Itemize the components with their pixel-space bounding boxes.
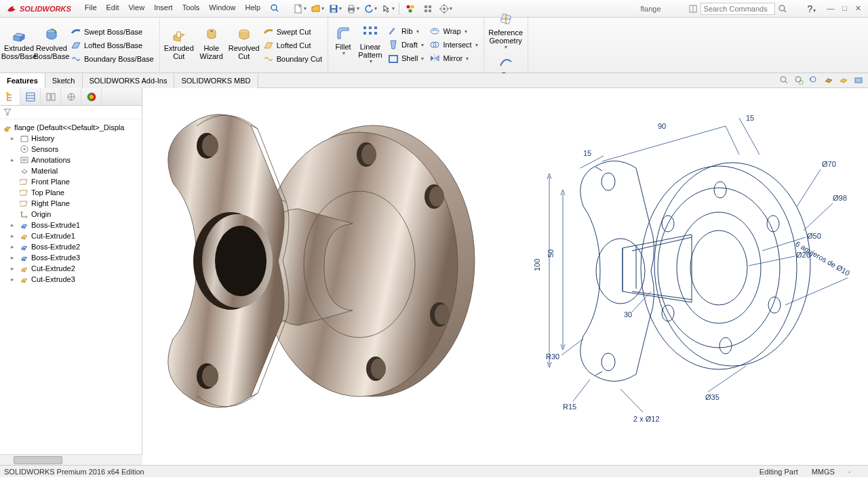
settings-button[interactable] — [439, 2, 452, 16]
menu-search-icon[interactable] — [266, 1, 283, 16]
intersect-icon — [429, 39, 440, 50]
config-manager-icon — [45, 92, 56, 102]
svg-line-1 — [276, 9, 278, 12]
prev-view-button[interactable] — [807, 74, 821, 86]
tree-item-front-plane[interactable]: Front Plane — [1, 176, 140, 187]
fm-tab-dimxpert[interactable] — [61, 88, 81, 105]
plane-icon — [20, 177, 29, 186]
tree-item-boss-extrude1[interactable]: ▸Boss-Extrude1 — [1, 220, 140, 230]
tree-item-right-plane[interactable]: Right Plane — [1, 198, 140, 209]
rib-button[interactable]: Rib — [385, 24, 427, 38]
maximize-button[interactable]: □ — [842, 4, 847, 13]
svg-line-108 — [602, 126, 726, 161]
svg-rect-37 — [389, 56, 397, 62]
fm-tab-config[interactable] — [41, 88, 61, 105]
tree-item-sensors[interactable]: Sensors — [1, 144, 140, 155]
options-button[interactable] — [421, 2, 435, 16]
tab-addins[interactable]: SOLIDWORKS Add-Ins — [83, 73, 175, 88]
extruded-cut-button[interactable]: Extruded Cut — [163, 25, 195, 66]
drawing-view: 90 15 15 50 100 30 R30 R15 Ø70 Ø98 Ø50 Ø… — [488, 88, 868, 454]
tab-sketch[interactable]: Sketch — [45, 73, 83, 88]
mirror-button[interactable]: Mirror — [427, 52, 480, 65]
rebuild-button[interactable] — [403, 2, 417, 16]
menu-edit[interactable]: Edit — [102, 1, 123, 16]
fm-filter[interactable] — [0, 106, 142, 119]
lofted-cut-button[interactable]: Lofted Cut — [260, 39, 325, 52]
extruded-boss-button[interactable]: Extruded Boss/Base — [3, 25, 35, 66]
tree-item-origin[interactable]: Origin — [1, 209, 140, 220]
svg-point-85 — [371, 359, 386, 379]
hole-wizard-button[interactable]: Hole Wizard — [195, 25, 228, 66]
intersect-button[interactable]: Intersect — [427, 38, 480, 52]
svg-rect-27 — [177, 32, 180, 37]
boundary-boss-button[interactable]: Boundary Boss/Base — [68, 52, 157, 66]
tree-item-boss-extrude3[interactable]: ▸Boss-Extrude3 — [1, 252, 140, 263]
open-doc-button[interactable] — [311, 2, 324, 16]
menu-insert[interactable]: Insert — [150, 1, 177, 16]
save-button[interactable] — [328, 2, 342, 16]
menu-view[interactable]: View — [124, 1, 149, 16]
help-dropdown[interactable]: ? — [808, 3, 816, 14]
menu-help[interactable]: Help — [241, 1, 264, 16]
tree-item-cut-extrude1[interactable]: ▸Cut-Extrude1 — [1, 230, 140, 241]
svg-rect-5 — [332, 9, 336, 12]
svg-text:Ø50: Ø50 — [807, 232, 821, 240]
close-button[interactable]: ✕ — [855, 4, 861, 13]
panel-scrollbar[interactable] — [0, 454, 142, 465]
revolved-boss-button[interactable]: Revolved Boss/Base — [35, 25, 68, 66]
shell-button[interactable]: Shell — [385, 52, 427, 65]
zoom-fit-button[interactable] — [777, 74, 791, 86]
tab-mbd[interactable]: SOLIDWORKS MBD — [174, 73, 258, 88]
draft-button[interactable]: Draft — [385, 38, 427, 52]
fm-tab-property[interactable] — [20, 88, 41, 105]
fillet-button[interactable]: Fillet — [331, 24, 355, 66]
app-logo: SOLIDWORKS — [0, 3, 77, 15]
fm-tab-tree[interactable] — [0, 88, 20, 105]
origin-icon — [20, 209, 29, 219]
reference-geometry-button[interactable]: Reference Geometry — [487, 9, 525, 52]
undo-button[interactable] — [363, 2, 377, 16]
minimize-button[interactable]: — — [827, 4, 834, 13]
swept-boss-icon — [71, 26, 81, 37]
section-view-button[interactable] — [822, 74, 835, 86]
tree-item-material-not-specified-[interactable]: Material — [1, 165, 140, 176]
svg-point-102 — [719, 338, 732, 354]
menu-tools[interactable]: Tools — [178, 1, 204, 16]
boss-icon — [20, 253, 29, 262]
document-name: flange — [641, 5, 661, 13]
tree-item-top-plane[interactable]: Top Plane — [1, 187, 140, 198]
tree-root[interactable]: flange (Default<<Default>_Displa — [1, 122, 140, 133]
svg-rect-4 — [332, 5, 336, 8]
svg-point-100 — [767, 216, 779, 232]
tree-item-boss-extrude2[interactable]: ▸Boss-Extrude2 — [1, 241, 140, 252]
boundary-cut-button[interactable]: Boundary Cut — [260, 52, 325, 66]
linear-pattern-button[interactable]: Linear Pattern — [355, 24, 385, 66]
search-input[interactable] — [701, 3, 775, 15]
tree-item-history[interactable]: ▸History — [1, 133, 140, 144]
fm-tab-display[interactable] — [81, 88, 102, 105]
tree-item-cut-extrude3[interactable]: ▸Cut-Extrude3 — [1, 274, 140, 285]
swept-cut-button[interactable]: Swept Cut — [260, 25, 325, 39]
lofted-boss-button[interactable]: Lofted Boss/Base — [68, 39, 157, 52]
svg-point-92 — [202, 365, 218, 387]
hide-show-button[interactable] — [852, 74, 865, 86]
status-units[interactable]: MMGS — [812, 468, 835, 476]
menu-window[interactable]: Window — [205, 1, 239, 16]
select-button[interactable] — [381, 2, 395, 16]
new-doc-button[interactable] — [293, 2, 307, 16]
tab-features[interactable]: Features — [0, 73, 45, 88]
print-button[interactable] — [346, 2, 359, 16]
search-icon[interactable] — [778, 4, 787, 14]
svg-point-10 — [411, 5, 414, 8]
tree-item-cut-extrude2[interactable]: ▸Cut-Extrude2 — [1, 263, 140, 274]
swept-boss-button[interactable]: Swept Boss/Base — [68, 25, 157, 39]
wrap-button[interactable]: Wrap — [427, 24, 480, 38]
zoom-area-button[interactable] — [792, 74, 806, 86]
tree-item-annotations[interactable]: ▸Annotations — [1, 155, 140, 165]
revolved-cut-button[interactable]: Revolved Cut — [228, 25, 260, 66]
menu-file[interactable]: File — [81, 1, 101, 16]
svg-line-110 — [739, 118, 760, 155]
graphics-viewport[interactable]: 90 15 15 50 100 30 R30 R15 Ø70 Ø98 Ø50 Ø… — [142, 88, 868, 465]
display-style-button[interactable] — [837, 74, 850, 86]
history-icon — [20, 134, 29, 143]
